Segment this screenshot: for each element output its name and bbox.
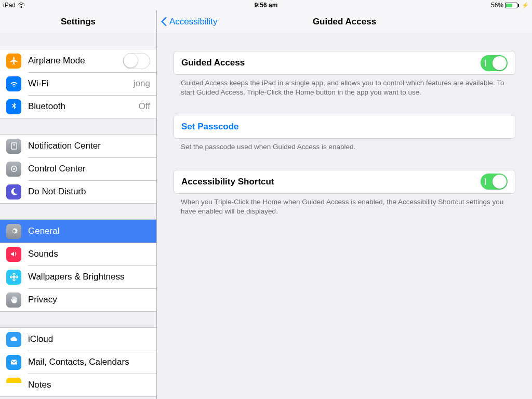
flower-icon — [6, 270, 21, 285]
airplane-toggle[interactable] — [123, 53, 150, 69]
chevron-left-icon — [161, 17, 167, 27]
sidebar-item-label: Privacy — [28, 295, 57, 305]
sidebar-item-bluetooth[interactable]: Bluetooth Off — [0, 95, 156, 118]
status-bar: iPad 9:56 am 56% ⚡ — [0, 0, 532, 10]
set-passcode-row[interactable]: Set Passcode — [174, 115, 515, 138]
sidebar-item-control-center[interactable]: Control Center — [0, 157, 156, 180]
sidebar-item-wifi[interactable]: Wi-Fi jong — [0, 72, 156, 95]
sidebar-item-label: Do Not Disturb — [28, 187, 86, 197]
sidebar-item-do-not-disturb[interactable]: Do Not Disturb — [0, 180, 156, 203]
set-passcode-footer: Set the passcode used when Guided Access… — [174, 139, 515, 152]
accessibility-shortcut-footer: When you Triple-Click the Home when Guid… — [174, 194, 515, 216]
sidebar-item-general[interactable]: General — [0, 220, 156, 243]
sidebar-item-icloud[interactable]: iCloud — [0, 328, 156, 351]
wifi-row-icon — [6, 76, 21, 91]
detail-pane: Guided Access Guided Access keeps the iP… — [157, 33, 532, 399]
sidebar-item-label: Bluetooth — [28, 101, 65, 112]
guided-access-row: Guided Access — [174, 51, 515, 74]
sidebar-item-label: Control Center — [28, 164, 86, 174]
sidebar-item-label: Notes — [28, 380, 51, 390]
detail-nav: Accessibility Guided Access — [157, 10, 532, 33]
moon-icon — [6, 184, 21, 200]
bluetooth-value: Off — [139, 101, 150, 112]
svg-point-5 — [13, 273, 15, 275]
notification-icon — [6, 139, 21, 154]
sidebar-item-wallpapers-brightness[interactable]: Wallpapers & Brightness — [0, 265, 156, 288]
hand-icon — [6, 292, 21, 308]
sidebar-item-label: Notification Center — [28, 141, 101, 151]
back-label: Accessibility — [169, 17, 218, 27]
sidebar-item-label: General — [28, 226, 59, 236]
notes-icon — [6, 378, 21, 393]
battery-icon — [505, 3, 519, 8]
sidebar-item-label: Sounds — [28, 249, 58, 259]
accessibility-shortcut-label: Accessibility Shortcut — [181, 177, 274, 187]
sidebar-item-sounds[interactable]: Sounds — [0, 243, 156, 265]
back-button[interactable]: Accessibility — [161, 17, 218, 27]
bluetooth-icon — [6, 99, 21, 114]
set-passcode-label: Set Passcode — [181, 122, 239, 132]
mail-icon — [6, 355, 21, 370]
svg-point-4 — [12, 276, 15, 278]
battery-percent: 56% — [491, 2, 503, 9]
sidebar-item-notes[interactable]: Notes — [0, 374, 156, 396]
sidebar-item-privacy[interactable]: Privacy — [0, 288, 156, 311]
detail-title: Guided Access — [313, 17, 376, 27]
svg-rect-9 — [11, 360, 17, 365]
guided-access-footer: Guided Access keeps the iPad in a single… — [174, 75, 515, 97]
svg-point-3 — [13, 168, 15, 170]
svg-point-7 — [10, 276, 12, 278]
gear-icon — [6, 224, 21, 239]
guided-access-label: Guided Access — [181, 58, 245, 68]
accessibility-shortcut-row: Accessibility Shortcut — [174, 170, 515, 193]
cloud-icon — [6, 332, 21, 347]
svg-point-6 — [13, 278, 15, 281]
clock: 9:56 am — [255, 2, 278, 9]
sidebar-item-notification-center[interactable]: Notification Center — [0, 135, 156, 157]
accessibility-shortcut-toggle[interactable] — [481, 174, 508, 190]
airplane-icon — [6, 54, 21, 69]
sidebar-item-label: Mail, Contacts, Calendars — [28, 357, 129, 367]
sidebar-item-airplane-mode[interactable]: Airplane Mode — [0, 49, 156, 72]
speaker-icon — [6, 247, 21, 262]
wifi-value: jong — [134, 78, 150, 89]
svg-point-1 — [13, 144, 15, 145]
sidebar-item-label: Wi-Fi — [28, 78, 49, 89]
wifi-icon — [18, 3, 25, 8]
sidebar-title: Settings — [61, 17, 96, 27]
charging-icon: ⚡ — [522, 2, 529, 9]
sidebar-item-label: Airplane Mode — [28, 56, 85, 66]
sidebar-nav: Settings — [0, 10, 157, 33]
device-label: iPad — [3, 2, 16, 9]
settings-sidebar: Airplane Mode Wi-Fi jong Bluetooth Off N… — [0, 33, 157, 399]
guided-access-toggle[interactable] — [481, 55, 508, 71]
svg-point-8 — [16, 276, 18, 278]
sidebar-item-label: iCloud — [28, 334, 53, 344]
sidebar-item-label: Wallpapers & Brightness — [28, 272, 125, 282]
control-center-icon — [6, 162, 21, 177]
sidebar-item-mail-contacts-calendars[interactable]: Mail, Contacts, Calendars — [0, 351, 156, 374]
svg-rect-0 — [11, 143, 17, 149]
